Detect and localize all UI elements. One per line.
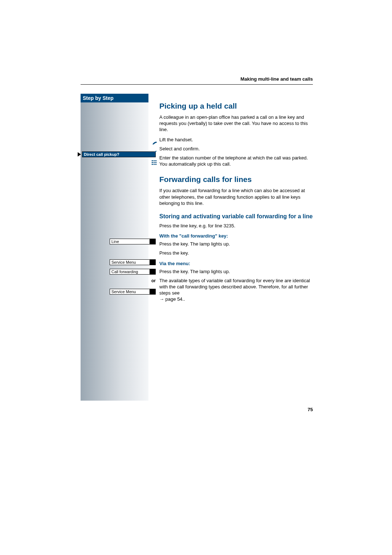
step-press-key-lamp1: Press the key. The lamp lights up. bbox=[159, 241, 313, 247]
section2-intro: If you activate call forwarding for a li… bbox=[159, 187, 313, 206]
check-icon: ✓ bbox=[151, 150, 158, 157]
tail-para-pageref: → page 54.. bbox=[159, 296, 185, 302]
svg-rect-8 bbox=[155, 164, 156, 165]
page: Making multi-line and team calls Step by… bbox=[0, 0, 392, 555]
running-head: Making multi-line and team calls bbox=[241, 76, 313, 82]
handset-icon bbox=[151, 141, 158, 147]
step-enter: Enter the station number of the telephon… bbox=[159, 155, 313, 167]
svg-rect-2 bbox=[155, 160, 156, 161]
or-label: or bbox=[145, 278, 156, 283]
sidebar-box-call-forwarding: Call forwarding bbox=[110, 269, 150, 275]
keypad-icon bbox=[151, 160, 158, 166]
lamp-icon bbox=[150, 239, 156, 244]
svg-rect-7 bbox=[154, 164, 155, 165]
section1-title: Picking up a held call bbox=[159, 102, 313, 110]
sidebar-line: Line bbox=[110, 238, 156, 245]
sidebar-box-service-menu-1: Service Menu bbox=[110, 259, 150, 265]
svg-rect-4 bbox=[154, 162, 155, 163]
sidebar-call-forwarding: Call forwarding bbox=[110, 268, 156, 275]
tail-para: The available types of variable call for… bbox=[159, 278, 313, 303]
sidebar-service-menu-1: Service Menu bbox=[110, 259, 156, 266]
via-menu-heading: Via the menu: bbox=[159, 261, 313, 266]
sidebar-title: Step by Step bbox=[81, 94, 148, 102]
svg-rect-3 bbox=[152, 162, 153, 163]
section2-sub-title: Storing and activating variable call for… bbox=[159, 213, 313, 220]
header-rule bbox=[81, 84, 313, 85]
sidebar-service-menu-2: Service Menu bbox=[110, 288, 156, 295]
play-arrow-icon bbox=[78, 152, 81, 157]
step-lift: Lift the handset. bbox=[159, 137, 313, 143]
sidebar-direct-pickup: Direct call pickup? bbox=[78, 151, 156, 158]
lamp-icon bbox=[150, 259, 156, 265]
lamp-icon bbox=[150, 289, 156, 295]
svg-rect-1 bbox=[154, 160, 155, 161]
section2-title: Forwarding calls for lines bbox=[159, 175, 313, 184]
svg-rect-5 bbox=[155, 162, 156, 163]
step-confirm: Select and confirm. bbox=[159, 146, 313, 152]
with-key-heading: With the "call forwarding" key: bbox=[159, 233, 313, 239]
sidebar-box-line: Line bbox=[110, 239, 150, 244]
svg-rect-0 bbox=[152, 160, 153, 161]
step-press-key-lamp2: Press the key. The lamp lights up. bbox=[159, 268, 313, 275]
main-content: Picking up a held call A colleague in an… bbox=[159, 94, 313, 306]
sidebar-box-service-menu-2: Service Menu bbox=[110, 289, 150, 295]
section1-intro: A colleague in an open-plan office has p… bbox=[159, 114, 313, 133]
page-number: 75 bbox=[308, 407, 313, 412]
lamp-icon bbox=[150, 269, 156, 275]
svg-rect-6 bbox=[152, 164, 153, 165]
step-press-line: Press the line key, e.g. for line 3235. bbox=[159, 223, 313, 229]
sidebar-box-direct-pickup: Direct call pickup? bbox=[82, 151, 156, 157]
tail-para-text: The available types of variable call for… bbox=[159, 278, 310, 296]
step-press-key: Press the key. bbox=[159, 250, 313, 256]
step-by-step-sidebar: Step by Step Direct call pickup? Line Se… bbox=[81, 94, 148, 401]
